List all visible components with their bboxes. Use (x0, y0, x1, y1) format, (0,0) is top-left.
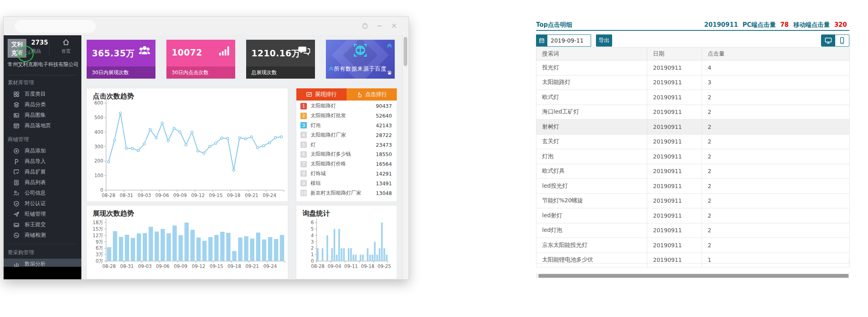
mobile-view-toggle[interactable] (835, 34, 849, 47)
table-row[interactable]: 灯泡201909112 (536, 149, 850, 164)
ranking-tab-点击排行[interactable]: 点击排行 (347, 88, 397, 101)
sidebar-item-商铺检测[interactable]: 商铺检测 (4, 230, 81, 240)
scrollbar-thumb[interactable] (404, 37, 407, 66)
pc-view-toggle[interactable] (821, 34, 835, 47)
calendar-button[interactable] (536, 34, 547, 47)
svg-text:200: 200 (94, 158, 103, 164)
window-power-button[interactable] (361, 21, 369, 30)
ranking-row[interactable]: 8灯饰城14291 (296, 169, 397, 179)
ranking-row[interactable]: 10新农村太阳能路灯厂家13048 (296, 188, 397, 198)
rank-badge: 5 (300, 141, 307, 148)
svg-text:08-28: 08-28 (102, 193, 115, 198)
impressions-value: 42143 (376, 122, 392, 129)
svg-text:09-11: 09-11 (344, 263, 357, 269)
table-row[interactable]: 玄关灯201909112 (536, 134, 850, 149)
table-row[interactable]: 欧式灯201909112 (536, 90, 850, 105)
ranking-row[interactable]: 9模组13491 (296, 178, 397, 188)
export-button[interactable]: 导出 (596, 34, 612, 47)
rank-badge: 9 (300, 180, 307, 186)
cell-clicks: 2 (702, 120, 850, 135)
ranking-row[interactable]: 4太阳能路灯厂家28722 (296, 130, 397, 140)
table-row[interactable]: 投光灯201909114 (536, 60, 850, 75)
table-header-搜索词: 搜索词 (536, 48, 647, 60)
impressions-value: 16564 (376, 161, 392, 167)
vertical-scrollbar[interactable] (402, 35, 408, 279)
window-titlebar (4, 17, 408, 35)
table-row[interactable]: led投光灯201909112 (536, 179, 850, 194)
sidebar-item-对公认证[interactable]: 对公认证 (4, 198, 81, 209)
ranking-row[interactable]: 5灯23473 (296, 140, 397, 150)
trend-icon (306, 92, 312, 98)
sidebar-item-旺铺管理[interactable]: 旺铺管理 (4, 209, 81, 219)
svg-text:18万: 18万 (93, 220, 103, 225)
impressions-value: 14291 (376, 171, 392, 177)
sidebar-item-商品落地页[interactable]: 商品落地页 (4, 120, 81, 131)
ranking-row[interactable]: 1太阳能路灯90437 (296, 101, 397, 111)
sidebar-item-商品列表[interactable]: 商品列表 (4, 177, 81, 188)
divider (536, 30, 849, 31)
cell-keyword: 欧式灯 (536, 90, 647, 105)
cell-clicks: 2 (702, 149, 850, 164)
table-row[interactable]: led灯泡201909112 (536, 223, 850, 238)
panel-title: Top点击明细 (536, 21, 572, 29)
cell-date: 20190911 (647, 179, 702, 194)
sidebar-item-商品添加[interactable]: 商品添加 (4, 146, 81, 156)
desktop: 艾利 克斯 已认证 2735 商品 首页 常州艾利克斯电子科技有限公司 素材库管… (0, 0, 868, 317)
inquiry-stats-panel: 询盘统计 012345608-2809-0409-1109-1809-25 (296, 205, 397, 279)
svg-text:3: 3 (311, 239, 314, 245)
sidebar-item-百度类目[interactable]: 百度类目 (4, 89, 81, 99)
table-row[interactable]: 欧式灯具201909112 (536, 164, 850, 179)
stat-card: 1210.16万总展现次数 (246, 40, 315, 79)
table-row[interactable]: 太阳能路灯201909113 (536, 75, 850, 90)
cell-date: 20190911 (647, 105, 702, 120)
keyword: 新农村太阳能路灯厂家 (311, 190, 376, 197)
sidebar-bottom-mask (4, 267, 81, 279)
keyword: 模组 (311, 180, 376, 187)
stat-value: 10072 (172, 48, 202, 58)
table-row[interactable]: 海口led工矿灯201909112 (536, 105, 850, 120)
signal-bars-icon (218, 45, 230, 58)
cell-clicks: 2 (702, 105, 850, 120)
table-row[interactable]: 射树灯201909112 (536, 120, 850, 135)
ranking-row[interactable]: 7太阳能路灯价格16564 (296, 159, 397, 169)
horizontal-scrollbar[interactable] (536, 273, 849, 278)
table-row[interactable]: 节能灯%20螺旋201909112 (536, 193, 850, 208)
table-row[interactable]: 京东太阳能投光灯201909112 (536, 238, 850, 253)
shield-icon (13, 201, 19, 207)
svg-text:1: 1 (311, 252, 314, 257)
window-close-button[interactable] (390, 21, 398, 30)
ranking-row[interactable]: 6太阳能路灯多少钱18550 (296, 150, 397, 159)
svg-text:09-18: 09-18 (227, 193, 240, 198)
home-button[interactable]: 首页 (57, 39, 75, 54)
ranking-tab-展现排行[interactable]: 展现排行 (296, 88, 347, 101)
sidebar-item-商品分类[interactable]: 商品分类 (4, 99, 81, 110)
svg-text:09-12: 09-12 (192, 263, 205, 269)
inquiry-stats-chart: 012345608-2809-0409-1109-1809-25 (296, 206, 397, 279)
sidebar-item-标王提交[interactable]: 标王提交 (4, 219, 81, 230)
sidebar-item-商品扩展[interactable]: 商品扩展 (4, 167, 81, 177)
ranking-row[interactable]: 3灯泡42143 (296, 121, 397, 131)
sidebar-item-商品导入[interactable]: 商品导入 (4, 156, 81, 167)
sidebar-item-公司信息[interactable]: 公司信息 (4, 188, 81, 198)
scrollbar-thumb[interactable] (538, 274, 849, 278)
sidebar-item-商品图集[interactable]: 商品图集 (4, 110, 81, 120)
cell-keyword: 灯泡 (536, 149, 647, 164)
rank-badge: 4 (300, 132, 307, 138)
cell-clicks: 3 (702, 75, 850, 90)
sidebar-item-label: 商品添加 (25, 147, 46, 154)
impressions-value: 28722 (376, 132, 392, 138)
cell-keyword: led投光灯 (536, 179, 647, 194)
baidu-data-banner[interactable]: 所有数据来源于百度 (326, 40, 395, 79)
inbox-icon (13, 222, 19, 228)
click-detail-panel: Top点击明细 20190911 PC端点击量 78 移动端点击量 320 导出… (536, 19, 849, 281)
table-row[interactable]: led射灯201909112 (536, 208, 850, 223)
date-input[interactable] (547, 34, 591, 47)
pc-clicks-label: PC端点击量 (742, 21, 776, 28)
window-minimize-button[interactable] (375, 21, 383, 30)
stat-card: 365.35万30日内展现次数 (87, 40, 155, 79)
svg-text:0: 0 (100, 187, 103, 193)
stat-label: 总展现次数 (246, 66, 315, 79)
rank-badge: 7 (300, 161, 307, 167)
ranking-row[interactable]: 2太阳能路灯批发52640 (296, 111, 397, 121)
svg-text:300: 300 (94, 144, 103, 150)
